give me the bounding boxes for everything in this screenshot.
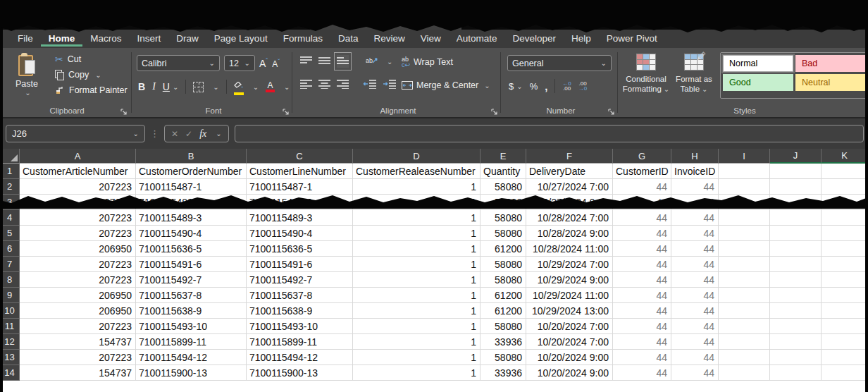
decrease-indent-button[interactable]	[363, 79, 376, 92]
insert-function-icon[interactable]: fx	[199, 128, 206, 140]
number-format-combo[interactable]: General ⌄	[507, 55, 612, 71]
cell-F5[interactable]: 10/28/2024 9:00	[526, 226, 613, 241]
cell-K2[interactable]	[822, 179, 868, 195]
cell-K5[interactable]	[822, 226, 868, 241]
cell-I4[interactable]	[719, 210, 770, 226]
cell-J1[interactable]	[770, 164, 822, 179]
cut-button[interactable]: ✂ Cut	[55, 54, 128, 64]
cell-G7[interactable]: 44	[613, 257, 671, 272]
row-header-14[interactable]: 14	[0, 365, 20, 381]
cell-K4[interactable]	[822, 210, 868, 226]
cell-F1[interactable]: DeliveryDate	[526, 164, 613, 179]
cell-H5[interactable]: 44	[671, 226, 719, 241]
cell-D9[interactable]: 1	[353, 288, 480, 303]
cell-F6[interactable]: 10/28/2024 11:00	[526, 241, 613, 257]
align-middle-button[interactable]	[318, 55, 330, 68]
column-header-D[interactable]: D	[353, 149, 480, 164]
cell-B3[interactable]: 7100115488-2	[136, 195, 247, 210]
row-header-3[interactable]: 3	[0, 195, 20, 210]
style-neutral[interactable]: Neutral	[795, 74, 868, 91]
tab-power-pivot[interactable]: Power Pivot	[599, 31, 665, 47]
title-chevron-down-icon[interactable]: ⌄	[440, 7, 449, 17]
row-header-10[interactable]: 10	[0, 303, 20, 319]
conditional-formatting-button[interactable]: ConditionalFormatting⌄	[623, 54, 669, 94]
cell-I7[interactable]	[719, 257, 770, 272]
cell-J14[interactable]	[770, 365, 822, 381]
font-name-combo[interactable]: Calibri ⌄	[137, 55, 220, 71]
fill-color-button[interactable]	[234, 79, 244, 95]
cell-H2[interactable]: 44	[671, 179, 719, 195]
increase-font-size-button[interactable]: Aˆ	[259, 57, 268, 69]
tab-data[interactable]: Data	[330, 31, 366, 47]
cell-F2[interactable]: 10/27/2024 7:00	[526, 179, 613, 195]
borders-icon[interactable]	[193, 82, 204, 92]
cell-I12[interactable]	[719, 334, 770, 350]
cell-I3[interactable]	[719, 195, 770, 210]
cell-A1[interactable]: CustomerArticleNumber	[20, 164, 136, 179]
column-header-C[interactable]: C	[247, 149, 353, 164]
style-good[interactable]: Good	[723, 74, 793, 91]
cell-E9[interactable]: 61200	[480, 288, 526, 303]
cell-G13[interactable]: 44	[613, 350, 671, 365]
cell-E13[interactable]: 58080	[480, 350, 526, 365]
formula-input[interactable]	[235, 125, 864, 142]
enter-icon[interactable]: ✓	[185, 129, 192, 139]
cell-D6[interactable]: 1	[353, 241, 480, 257]
cell-A8[interactable]: 207223	[20, 272, 136, 288]
cell-E2[interactable]: 58080	[480, 179, 526, 195]
cell-A12[interactable]: 154737	[20, 334, 136, 350]
cell-I9[interactable]	[719, 288, 770, 303]
cell-J8[interactable]	[770, 272, 822, 288]
cell-A4[interactable]: 207223	[20, 210, 136, 226]
cell-J11[interactable]	[770, 319, 822, 334]
copy-button[interactable]: Copy ⌄	[55, 70, 128, 80]
align-center-button[interactable]	[318, 79, 330, 92]
row-header-1[interactable]: 1	[0, 164, 20, 179]
column-header-E[interactable]: E	[480, 149, 526, 164]
currency-button[interactable]: $	[509, 81, 514, 92]
cell-K7[interactable]	[822, 257, 868, 272]
cell-J2[interactable]	[770, 179, 822, 195]
row-header-5[interactable]: 5	[0, 226, 20, 241]
cell-I13[interactable]	[719, 350, 770, 365]
cell-D12[interactable]: 1	[353, 334, 480, 350]
cell-K9[interactable]	[822, 288, 868, 303]
increase-indent-button[interactable]	[383, 79, 396, 92]
cell-D8[interactable]: 1	[353, 272, 480, 288]
formula-bar-more-icon[interactable]: ⋮	[150, 128, 159, 139]
cell-G6[interactable]: 44	[613, 241, 671, 257]
tab-review[interactable]: Review	[366, 31, 412, 47]
cell-I5[interactable]	[719, 226, 770, 241]
cell-G9[interactable]: 44	[613, 288, 671, 303]
column-header-I[interactable]: I	[719, 149, 770, 164]
cell-J13[interactable]	[770, 350, 822, 365]
cell-A13[interactable]: 207223	[20, 350, 136, 365]
cell-K11[interactable]	[822, 319, 868, 334]
cell-E1[interactable]: Quantity	[480, 164, 526, 179]
cell-G10[interactable]: 44	[613, 303, 671, 319]
format-as-table-button[interactable]: 🖉 Format asTable⌄	[671, 54, 717, 94]
cell-E6[interactable]: 61200	[480, 241, 526, 257]
cell-H10[interactable]: 44	[671, 303, 719, 319]
align-right-button[interactable]	[337, 79, 349, 92]
cell-D1[interactable]: CustomerRealeaseNumber	[353, 164, 480, 179]
cell-A3[interactable]: 207223	[20, 195, 136, 210]
cancel-icon[interactable]: ✕	[171, 129, 178, 139]
comma-style-button[interactable]: ,	[545, 80, 547, 92]
cell-B6[interactable]: 7100115636-5	[136, 241, 247, 257]
tab-developer[interactable]: Developer	[505, 31, 564, 47]
cell-K14[interactable]	[822, 365, 868, 381]
cell-C12[interactable]: 7100115899-11	[247, 334, 353, 350]
cell-I1[interactable]	[719, 164, 770, 179]
cell-A14[interactable]: 154737	[20, 365, 136, 381]
cell-J4[interactable]	[770, 210, 822, 226]
cell-E11[interactable]: 58080	[480, 319, 526, 334]
cell-I11[interactable]	[719, 319, 770, 334]
cell-K3[interactable]	[822, 195, 868, 210]
cell-J12[interactable]	[770, 334, 822, 350]
row-header-8[interactable]: 8	[0, 272, 20, 288]
tab-macros[interactable]: Macros	[82, 31, 129, 47]
align-top-button[interactable]	[300, 55, 312, 68]
cell-G2[interactable]: 44	[613, 179, 671, 195]
increase-decimal-button[interactable]: ←0.00	[562, 81, 571, 91]
